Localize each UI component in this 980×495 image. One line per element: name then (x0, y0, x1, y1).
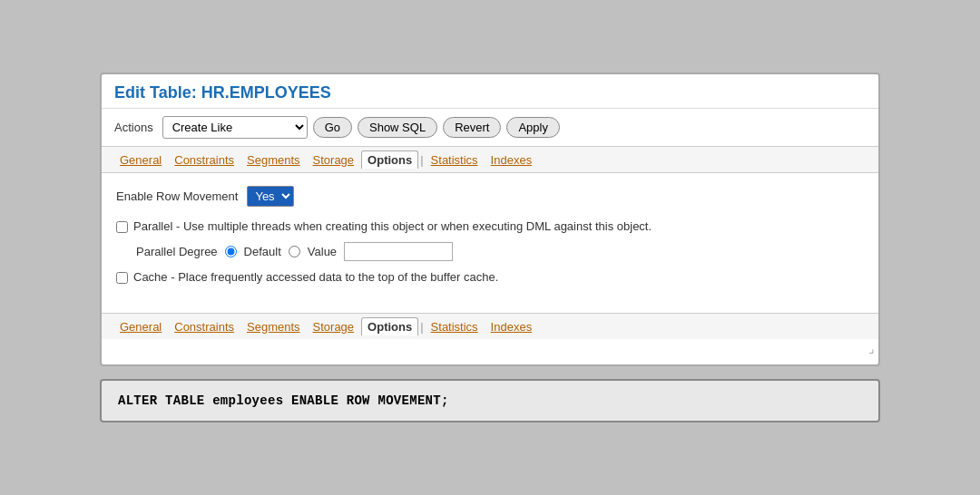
bottom-tabs-row: General Constraints Segments Storage Opt… (102, 313, 878, 339)
tab-indexes[interactable]: Indexes (485, 151, 538, 169)
show-sql-button[interactable]: Show SQL (358, 117, 437, 138)
actions-label: Actions (114, 121, 153, 134)
go-button[interactable]: Go (313, 117, 352, 138)
bottom-tab-storage[interactable]: Storage (308, 318, 360, 335)
actions-select[interactable]: Create Like Show SQL Revert (162, 116, 308, 139)
actions-row: Actions Create Like Show SQL Revert Go S… (102, 109, 878, 146)
content-area: Enable Row Movement Yes No Parallel - Us… (102, 173, 878, 306)
parallel-value-radio[interactable] (289, 246, 300, 257)
row-movement-label: Enable Row Movement (116, 189, 238, 203)
parallel-default-radio[interactable] (225, 246, 237, 257)
bottom-tab-options-active[interactable]: Options (361, 317, 418, 335)
bottom-tab-constraints[interactable]: Constraints (169, 318, 240, 335)
row-movement-select[interactable]: Yes No (247, 186, 294, 207)
bottom-tab-statistics[interactable]: Statistics (426, 318, 484, 335)
sql-panel: ALTER TABLE employees ENABLE ROW MOVEMEN… (100, 379, 880, 422)
parallel-label: Parallel - Use multiple threads when cre… (133, 219, 652, 233)
cache-label: Cache - Place frequently accessed data t… (133, 270, 498, 284)
top-tabs-row: General Constraints Segments Storage Opt… (102, 146, 878, 173)
bottom-tab-general[interactable]: General (114, 318, 167, 335)
parallel-degree-label: Parallel Degree (136, 245, 218, 258)
parallel-value-input[interactable] (344, 242, 453, 261)
cache-checkbox-row: Cache - Place frequently accessed data t… (116, 270, 864, 284)
resize-icon[interactable]: ⌟ (868, 341, 875, 355)
tab-general[interactable]: General (114, 151, 167, 169)
resize-handle-area: ⌟ (102, 339, 878, 357)
tab-storage[interactable]: Storage (308, 151, 360, 169)
parallel-checkbox-row: Parallel - Use multiple threads when cre… (116, 219, 864, 233)
tab-statistics[interactable]: Statistics (426, 151, 484, 169)
tab-options-active[interactable]: Options (361, 150, 418, 169)
tab-segments[interactable]: Segments (241, 151, 306, 169)
sql-text: ALTER TABLE employees ENABLE ROW MOVEMEN… (118, 393, 449, 408)
edit-table-panel: Edit Table: HR.EMPLOYEES Actions Create … (100, 73, 880, 366)
parallel-value-label: Value (308, 245, 337, 258)
parallel-default-label: Default (244, 245, 281, 258)
row-movement-row: Enable Row Movement Yes No (116, 186, 864, 207)
parallel-checkbox[interactable] (116, 221, 128, 233)
tab-constraints[interactable]: Constraints (169, 151, 240, 169)
revert-button[interactable]: Revert (443, 117, 501, 138)
apply-button[interactable]: Apply (506, 117, 560, 138)
bottom-tab-indexes[interactable]: Indexes (485, 318, 538, 335)
bottom-tab-segments[interactable]: Segments (241, 318, 306, 335)
parallel-degree-row: Parallel Degree Default Value (136, 242, 864, 261)
panel-title: Edit Table: HR.EMPLOYEES (102, 74, 878, 109)
cache-checkbox[interactable] (116, 272, 128, 284)
